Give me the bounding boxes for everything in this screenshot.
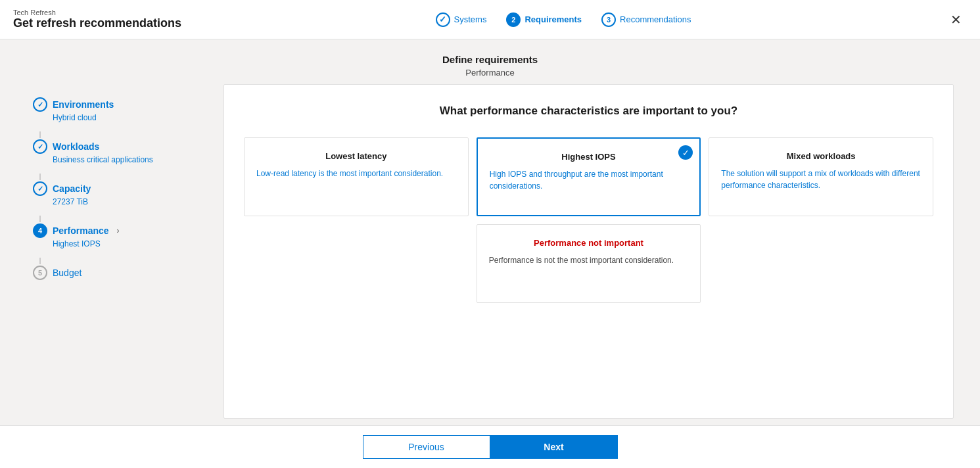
next-button[interactable]: Next [490, 435, 618, 459]
sidebar: ✓ Environments Hybrid cloud ✓ Workloads … [26, 84, 223, 419]
body-row: ✓ Environments Hybrid cloud ✓ Workloads … [0, 84, 980, 425]
step-systems[interactable]: ✓ Systems [436, 12, 487, 27]
card-mixed-workloads[interactable]: Mixed workloads The solution will suppor… [709, 137, 933, 216]
highest-iops-desc: High IOPS and throughput are the most im… [490, 168, 688, 192]
step-recommendations-circle: 3 [601, 12, 616, 27]
card-empty-1 [244, 224, 469, 303]
step-systems-circle: ✓ [436, 12, 450, 27]
step-recommendations-label: Recommendations [620, 14, 691, 24]
performance-circle: 4 [33, 223, 47, 238]
connector-1 [39, 131, 41, 138]
cards-row-2: Performance not important Performance is… [244, 224, 933, 303]
cards-row-1: Lowest latency Low-read latency is the m… [244, 137, 933, 216]
step-requirements[interactable]: 2 Requirements [506, 12, 582, 27]
sidebar-item-performance[interactable]: 4 Performance › Highest IOPS [33, 223, 217, 248]
app-subtitle: Tech Refresh [13, 9, 181, 16]
content-panel: What performance characteristics are imp… [223, 84, 954, 419]
page-heading: Define requirements Performance [0, 39, 980, 84]
wizard-steps: ✓ Systems 2 Requirements 3 Recommendatio… [436, 12, 691, 27]
card-empty-2 [709, 224, 933, 303]
lowest-latency-desc: Low-read latency is the most important c… [256, 168, 456, 179]
performance-subtitle: Performance [0, 68, 980, 78]
performance-not-important-desc: Performance is not the most important co… [489, 254, 689, 266]
performance-not-important-title: Performance not important [489, 238, 689, 248]
capacity-circle: ✓ [33, 181, 47, 196]
performance-question: What performance characteristics are imp… [244, 105, 933, 118]
mixed-workloads-desc: The solution will support a mix of workl… [721, 168, 921, 191]
header: Tech Refresh Get refresh recommendations… [0, 0, 980, 39]
sidebar-item-workloads[interactable]: ✓ Workloads Business critical applicatio… [33, 139, 217, 164]
step-requirements-label: Requirements [525, 14, 582, 24]
connector-3 [39, 216, 41, 222]
environments-sublabel: Hybrid cloud [53, 113, 217, 122]
workloads-label: Workloads [53, 141, 99, 152]
workloads-circle: ✓ [33, 139, 47, 154]
step-requirements-circle: 2 [506, 12, 521, 27]
performance-label: Performance [53, 225, 109, 236]
sidebar-item-environments[interactable]: ✓ Environments Hybrid cloud [33, 97, 217, 122]
budget-circle: 5 [33, 266, 47, 280]
sidebar-item-budget[interactable]: 5 Budget [33, 266, 217, 280]
close-button[interactable]: ✕ [945, 9, 967, 30]
highest-iops-title: Highest IOPS [490, 152, 688, 162]
page-title: Get refresh recommendations [13, 16, 181, 30]
step-systems-label: Systems [454, 14, 487, 24]
lowest-latency-title: Lowest latency [256, 151, 456, 161]
performance-sublabel: Highest IOPS [53, 239, 217, 248]
card-performance-not-important[interactable]: Performance not important Performance is… [477, 224, 701, 303]
capacity-label: Capacity [53, 183, 91, 194]
workloads-sublabel: Business critical applications [53, 155, 217, 164]
environments-circle: ✓ [33, 97, 47, 112]
card-lowest-latency[interactable]: Lowest latency Low-read latency is the m… [244, 137, 469, 216]
define-requirements-title: Define requirements [0, 54, 980, 65]
footer: Previous Next [0, 425, 980, 468]
capacity-sublabel: 27237 TiB [53, 197, 217, 206]
card-highest-iops[interactable]: ✓ Highest IOPS High IOPS and throughput … [477, 137, 701, 216]
budget-label: Budget [53, 268, 82, 278]
selected-checkmark: ✓ [678, 145, 693, 160]
header-left: Tech Refresh Get refresh recommendations [13, 9, 181, 30]
environments-label: Environments [53, 99, 114, 110]
mixed-workloads-title: Mixed workloads [721, 151, 921, 161]
step-recommendations[interactable]: 3 Recommendations [601, 12, 691, 27]
performance-arrow: › [117, 226, 120, 235]
main-content: Define requirements Performance ✓ Enviro… [0, 39, 980, 425]
previous-button[interactable]: Previous [363, 435, 490, 459]
connector-4 [39, 258, 41, 264]
sidebar-item-capacity[interactable]: ✓ Capacity 27237 TiB [33, 181, 217, 206]
connector-2 [39, 174, 41, 180]
